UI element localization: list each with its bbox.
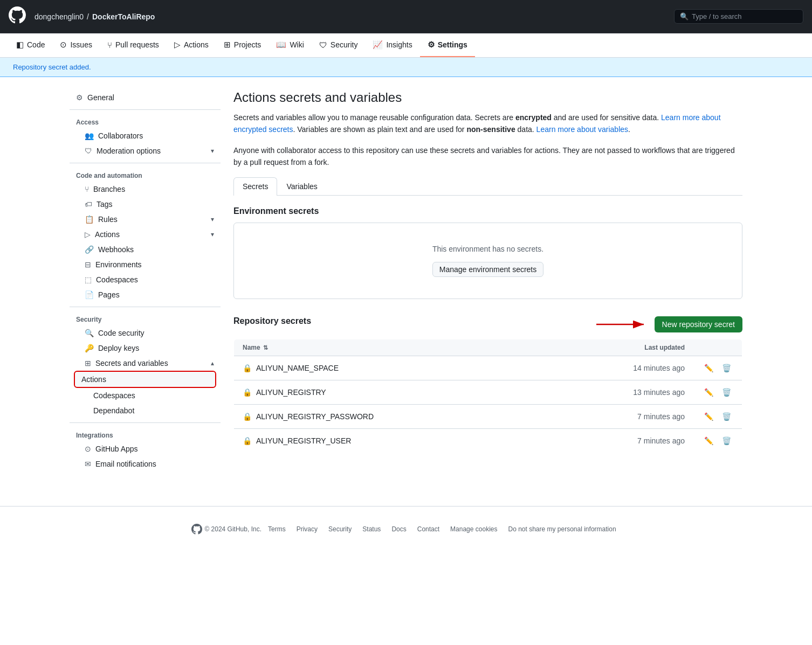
settings-icon: ⚙	[428, 40, 435, 50]
last-updated-cell: 13 minutes ago	[548, 380, 693, 404]
actions-sidebar-icon: ▷	[85, 230, 91, 239]
security-icon: 🛡	[319, 40, 327, 50]
sidebar-codespaces[interactable]: ⬚ Codespaces	[70, 272, 221, 287]
sidebar-access-section: Access	[70, 114, 221, 128]
chevron-down-icon-rules: ▾	[211, 216, 214, 223]
edit-secret-button[interactable]: ✏️	[702, 363, 715, 373]
sidebar-deploy-keys[interactable]: 🔑 Deploy keys	[70, 341, 221, 356]
sidebar-code-security[interactable]: 🔍 Code security	[70, 325, 221, 341]
edit-secret-button[interactable]: ✏️	[702, 435, 715, 446]
manage-env-secrets-button[interactable]: Manage environment secrets	[432, 262, 544, 277]
page-header: dongchenglin0 / DockerToAliRepo 🔍 Type /…	[0, 0, 812, 33]
chevron-up-icon: ▴	[211, 359, 214, 367]
table-row: 🔒 ALIYUN_NAME_SPACE 14 minutes ago ✏️ 🗑️	[234, 356, 742, 380]
lock-icon: 🔒	[243, 388, 252, 397]
secret-name-cell: 🔒 ALIYUN_NAME_SPACE	[234, 356, 548, 380]
sidebar-secrets-variables[interactable]: ⊞ Secrets and variables ▴	[70, 356, 221, 371]
delete-secret-button[interactable]: 🗑️	[720, 363, 733, 373]
moderation-icon: 🛡	[85, 147, 92, 155]
sidebar-secrets-codespaces[interactable]: Codespaces	[70, 388, 221, 403]
sidebar-actions[interactable]: ▷ Actions ▾	[70, 227, 221, 242]
code-icon: ◧	[16, 40, 24, 50]
delete-secret-button[interactable]: 🗑️	[720, 411, 733, 422]
secrets-icon: ⊞	[85, 359, 91, 367]
footer-docs[interactable]: Docs	[391, 525, 406, 533]
footer-copyright: © 2024 GitHub, Inc.	[204, 525, 262, 533]
breadcrumb-user[interactable]: dongchenglin0	[35, 12, 84, 21]
secret-name-text: ALIYUN_REGISTRY	[256, 388, 326, 397]
footer-terms[interactable]: Terms	[268, 525, 286, 533]
footer-privacy[interactable]: Privacy	[297, 525, 318, 533]
pages-icon: 📄	[85, 290, 94, 299]
footer-contact[interactable]: Contact	[417, 525, 439, 533]
edit-secret-button[interactable]: ✏️	[702, 387, 715, 398]
sidebar-secrets-dependabot[interactable]: Dependabot	[70, 403, 221, 418]
last-updated-cell: 7 minutes ago	[548, 428, 693, 453]
edit-secret-button[interactable]: ✏️	[702, 411, 715, 422]
footer-status[interactable]: Status	[362, 525, 381, 533]
chevron-down-icon-actions: ▾	[211, 231, 214, 238]
new-secret-btn-wrapper: New repository secret	[655, 316, 742, 332]
page-layout: ⚙ General Access 👥 Collaborators 🛡 Moder…	[61, 77, 751, 484]
github-logo-icon	[9, 6, 26, 26]
tab-variables[interactable]: Variables	[277, 177, 326, 195]
nav-wiki[interactable]: 📖 Wiki	[269, 33, 311, 57]
tab-secrets[interactable]: Secrets	[233, 177, 277, 196]
delete-secret-button[interactable]: 🗑️	[720, 435, 733, 446]
nav-insights[interactable]: 📈 Insights	[365, 33, 419, 57]
sidebar-pages[interactable]: 📄 Pages	[70, 287, 221, 302]
nav-actions[interactable]: ▷ Actions	[167, 33, 216, 57]
footer-do-not-share[interactable]: Do not share my personal information	[508, 525, 616, 533]
last-updated-cell: 14 minutes ago	[548, 356, 693, 380]
wiki-icon: 📖	[276, 40, 286, 50]
main-content: Actions secrets and variables Secrets an…	[233, 90, 742, 471]
settings-sidebar: ⚙ General Access 👥 Collaborators 🛡 Moder…	[70, 90, 221, 471]
sidebar-general[interactable]: ⚙ General	[70, 90, 221, 105]
nav-pull-requests[interactable]: ⑂ Pull requests	[100, 34, 167, 57]
actions-column-header	[693, 339, 742, 356]
rules-icon: 📋	[85, 215, 94, 224]
search-bar[interactable]: 🔍 Type / to search	[674, 9, 803, 24]
delete-secret-button[interactable]: 🗑️	[720, 387, 733, 398]
nav-projects[interactable]: ⊞ Projects	[216, 33, 269, 57]
last-updated-column-header: Last updated	[548, 339, 693, 356]
page-description: Secrets and variables allow you to manag…	[233, 112, 742, 136]
nav-code[interactable]: ◧ Code	[9, 33, 52, 57]
github-apps-icon: ⊙	[85, 445, 91, 453]
sidebar-moderation[interactable]: 🛡 Moderation options ▾	[70, 143, 221, 158]
sidebar-branches[interactable]: ⑂ Branches	[70, 182, 221, 197]
new-repository-secret-button[interactable]: New repository secret	[655, 316, 742, 332]
nav-security[interactable]: 🛡 Security	[312, 34, 366, 57]
sidebar-webhooks[interactable]: 🔗 Webhooks	[70, 242, 221, 257]
deploy-keys-icon: 🔑	[85, 344, 94, 352]
sidebar-security-section: Security	[70, 311, 221, 325]
repo-secrets-header: Repository secrets New repository secret	[233, 316, 742, 332]
repo-secrets-title: Repository secrets	[233, 316, 311, 326]
sidebar-rules[interactable]: 📋 Rules ▾	[70, 212, 221, 227]
sidebar-secrets-actions[interactable]: Actions	[74, 371, 216, 388]
nav-issues[interactable]: ⊙ Issues	[52, 33, 99, 57]
projects-icon: ⊞	[224, 40, 231, 50]
breadcrumb-repo[interactable]: DockerToAliRepo	[92, 12, 155, 21]
page-description-2: Anyone with collaborator access to this …	[233, 144, 742, 169]
sidebar-github-apps[interactable]: ⊙ GitHub Apps	[70, 441, 221, 456]
variables-link[interactable]: Learn more about variables	[536, 125, 628, 134]
sidebar-code-automation-section: Code and automation	[70, 168, 221, 182]
secrets-table: Name ⇅ Last updated 🔒 ALIYUN_NAME_SPACE …	[233, 339, 742, 453]
nav-settings[interactable]: ⚙ Settings	[420, 33, 475, 57]
sidebar-email-notifications[interactable]: ✉ Email notifications	[70, 456, 221, 471]
lock-icon: 🔒	[243, 436, 252, 445]
lock-icon: 🔒	[243, 364, 252, 372]
name-column-header: Name ⇅	[234, 339, 548, 356]
sidebar-tags[interactable]: 🏷 Tags	[70, 197, 221, 212]
general-icon: ⚙	[76, 93, 83, 102]
sidebar-integrations-section: Integrations	[70, 427, 221, 441]
sidebar-collaborators[interactable]: 👥 Collaborators	[70, 128, 221, 143]
row-actions-cell: ✏️ 🗑️	[693, 356, 742, 380]
page-footer: © 2024 GitHub, Inc. Terms Privacy Securi…	[0, 506, 812, 552]
footer-manage-cookies[interactable]: Manage cookies	[450, 525, 497, 533]
issues-icon: ⊙	[60, 40, 67, 50]
footer-security[interactable]: Security	[328, 525, 352, 533]
actions-icon: ▷	[174, 40, 181, 50]
sidebar-environments[interactable]: ⊟ Environments	[70, 257, 221, 272]
